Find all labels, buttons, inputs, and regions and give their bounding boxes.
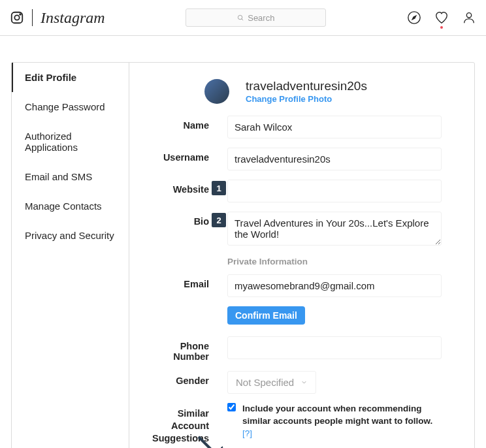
search-placeholder: Search [248, 13, 274, 23]
phone-input[interactable] [227, 336, 442, 359]
search-icon [237, 14, 244, 22]
settings-container: Edit Profile Change Password Authorized … [11, 62, 475, 448]
name-label: Name [142, 116, 227, 131]
header-left: Instagram [10, 9, 105, 27]
confirm-email-button[interactable]: Confirm Email [227, 306, 305, 325]
bio-label: Bio 2 [142, 212, 227, 227]
sidebar-item-privacy-security[interactable]: Privacy and Security [12, 221, 129, 250]
gender-label: Gender [142, 371, 227, 386]
sidebar-item-authorized-apps[interactable]: Authorized Applications [12, 121, 129, 162]
gender-value: Not Specified [236, 377, 294, 388]
sidebar-item-manage-contacts[interactable]: Manage Contacts [12, 191, 129, 221]
profile-header: traveladventuresin20s Change Profile Pho… [204, 79, 442, 104]
avatar[interactable] [204, 79, 229, 104]
search-input[interactable]: Search [186, 8, 326, 27]
suggestions-label: Similar Account Suggestions [142, 403, 227, 445]
name-input[interactable] [227, 116, 442, 138]
suggestions-text: Include your account when recommending s… [242, 403, 442, 440]
annotation-badge-1: 1 [212, 181, 226, 195]
email-input[interactable] [227, 274, 442, 297]
private-info-heading: Private Information [227, 257, 442, 266]
settings-content: traveladventuresin20s Change Profile Pho… [129, 63, 474, 448]
username-display: traveladventuresin20s [246, 79, 367, 93]
notification-dot [440, 26, 443, 29]
profile-icon[interactable] [462, 10, 476, 25]
svg-point-3 [238, 15, 242, 19]
sidebar-item-edit-profile[interactable]: Edit Profile [12, 63, 129, 92]
logo-divider [32, 9, 33, 26]
sidebar-item-email-sms[interactable]: Email and SMS [12, 162, 129, 191]
username-label: Username [142, 148, 227, 163]
instagram-glyph-icon[interactable] [10, 10, 24, 25]
username-input[interactable] [227, 148, 442, 170]
header-right [407, 10, 476, 25]
explore-icon[interactable] [407, 10, 421, 25]
phone-label: Phone Number [142, 336, 227, 362]
suggestions-checkbox[interactable] [227, 403, 236, 411]
svg-point-2 [20, 14, 21, 15]
activity-heart-icon[interactable] [434, 10, 449, 25]
email-label: Email [142, 274, 227, 289]
instagram-logo-text[interactable]: Instagram [40, 9, 105, 27]
website-input[interactable] [227, 180, 442, 202]
svg-point-7 [466, 13, 471, 18]
bio-textarea[interactable]: Travel Adventures in Your 20s...Let's Ex… [227, 212, 442, 246]
settings-sidebar: Edit Profile Change Password Authorized … [12, 63, 129, 448]
gender-select[interactable]: Not Specified [227, 371, 316, 394]
svg-marker-6 [412, 16, 416, 20]
sidebar-item-change-password[interactable]: Change Password [12, 92, 129, 121]
svg-point-1 [14, 15, 19, 20]
change-photo-link[interactable]: Change Profile Photo [246, 94, 332, 104]
website-label: Website 1 [142, 180, 227, 195]
search-wrap: Search [186, 8, 326, 27]
annotation-badge-2: 2 [212, 213, 226, 227]
top-header: Instagram Search [0, 0, 486, 36]
chevron-down-icon [300, 379, 308, 386]
svg-line-4 [242, 18, 243, 20]
suggestions-help-link[interactable]: [?] [242, 428, 252, 438]
